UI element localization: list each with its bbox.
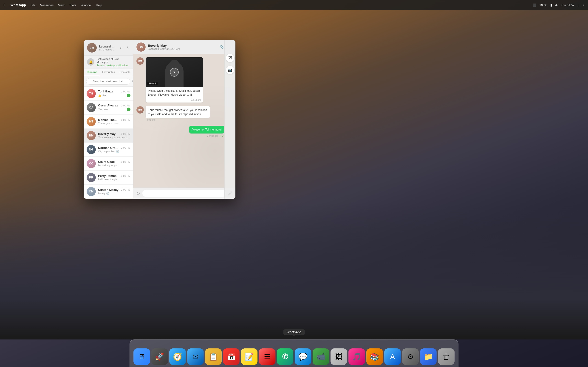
dock-whatsapp[interactable]: ✆	[277, 348, 293, 365]
chat-time-clinton: 2:00 PM	[121, 188, 130, 191]
dock-app-label: WhatsApp	[284, 329, 305, 335]
menubar-view[interactable]: View	[58, 3, 65, 7]
chat-item-monica[interactable]: MT Monica Thomas 2:00 PM Thank you so mu…	[84, 115, 133, 129]
chat-icon-btn[interactable]: ○	[118, 45, 123, 50]
chat-list: TG Toni Garza 2:00 PM 👍 like OA	[84, 87, 133, 199]
dock-rocket[interactable]: 🚀	[151, 348, 168, 365]
chat-item-perry[interactable]: PR Perry Ramos 2:00 PM I will meet tonig…	[84, 171, 133, 185]
search-bar: 🔍 ✏	[84, 76, 133, 87]
dock-photos[interactable]: 🖼	[330, 348, 347, 365]
chat-item-norman[interactable]: NG Norman Gregory 2:00 PM Ok, no problem…	[84, 143, 133, 157]
message-media: BM ▼ 15 MB Please watch, You like it: Kh…	[137, 57, 203, 102]
menubar-file[interactable]: File	[31, 3, 35, 7]
chat-item-claire[interactable]: CC Claire Cook 2:00 PM I'm waiting for y…	[84, 157, 133, 171]
chat-name-monica: Monica Thomas	[98, 118, 120, 122]
list-icon[interactable]: ≡	[582, 3, 584, 7]
emoji-button[interactable]: ☺	[136, 191, 141, 196]
search-input[interactable]	[86, 78, 130, 85]
dock-facetime[interactable]: 📹	[313, 348, 329, 365]
apple-menu[interactable]: 	[4, 3, 5, 7]
wifi-icon[interactable]: ⊕	[555, 3, 558, 7]
clock: Thu 01:57	[561, 3, 574, 7]
my-avatar: LM	[87, 43, 97, 52]
chat-info-beverly: Beverly May 2:00 PM Your are very smart …	[98, 132, 130, 139]
dock-reminders[interactable]: ☰	[259, 348, 275, 365]
notification-bar: 🔔 Get Notified of New Messages Turn on d…	[84, 56, 133, 69]
dock-newfile[interactable]: 📁	[420, 348, 437, 365]
chat-time-oscar: 2:00 PM	[121, 104, 130, 107]
my-status: Sr. Creative UI Designer	[99, 48, 116, 51]
profile-header: LM Leonard Morris Sr. Creative UI Design…	[84, 40, 133, 56]
airplay-icon[interactable]: ⬛	[533, 3, 536, 7]
chat-info-claire: Claire Cook 2:00 PM I'm waiting for you.	[98, 160, 130, 167]
chat-name-toni: Toni Garza	[98, 90, 113, 93]
chat-item-beverly[interactable]: BM Beverly May 2:00 PM Your are very sma…	[84, 129, 133, 143]
menubar-messages[interactable]: Messages	[40, 3, 53, 7]
dock-trash[interactable]: 🗑	[438, 348, 455, 365]
dock-appstore[interactable]: A	[384, 348, 401, 365]
more-options-btn[interactable]: ⋮	[125, 45, 130, 50]
chat-item-toni[interactable]: TG Toni Garza 2:00 PM 👍 like	[84, 87, 133, 101]
chat-tabs: Recent Favourites Contacts	[84, 69, 133, 76]
message-input[interactable]	[142, 190, 226, 197]
avatar-norman: NG	[86, 145, 96, 154]
media-bubble: ▼ 15 MB Please watch, You like it: Khali…	[146, 57, 203, 102]
my-avatar-initials: LM	[90, 46, 94, 50]
chat-header-info: Beverly May Last seen today at 10:34 AM	[148, 44, 217, 50]
media-time: 12:14 am	[146, 99, 203, 102]
dock-notes-file[interactable]: 📋	[205, 348, 222, 365]
dock-app-label-container: WhatsApp	[284, 329, 305, 336]
menubar-app-name[interactable]: Whatsapp	[10, 3, 26, 7]
avatar-clinton: CM	[86, 187, 96, 196]
chat-info-norman: Norman Gregory 2:00 PM Ok, no problem 🕐	[98, 146, 130, 153]
chat-header: BM Beverly May Last seen today at 10:34 …	[133, 40, 235, 54]
dock-finder[interactable]: 🖥	[133, 348, 150, 365]
msg-avatar-beverly-2: BM	[137, 106, 144, 114]
chat-preview-monica: Thank you so much	[98, 122, 130, 125]
dock-label-arrow	[293, 335, 295, 336]
tab-recent[interactable]: Recent	[84, 69, 100, 76]
play-button[interactable]: ▼	[170, 68, 179, 77]
unread-badge-toni	[127, 94, 130, 97]
menubar-window[interactable]: Window	[81, 3, 91, 7]
menubar-tools[interactable]: Tools	[69, 3, 76, 7]
chat-preview-beverly: Your are very smart person...	[98, 136, 130, 139]
gallery-attach-btn[interactable]: 🖼	[226, 54, 234, 62]
chat-preview-norman: Ok, no problem 🕐	[98, 150, 130, 153]
dock-systemprefs[interactable]: ⚙	[402, 348, 419, 365]
avatar-toni: TG	[86, 89, 96, 98]
attach-icon-btn[interactable]: 📎	[220, 44, 225, 50]
dock-itunes[interactable]: 🎵	[348, 348, 365, 365]
dock-mail[interactable]: ✉	[187, 348, 204, 365]
tab-contacts[interactable]: Contacts	[117, 69, 133, 76]
dock-ibooks[interactable]: 📚	[366, 348, 383, 365]
menubar-help[interactable]: Help	[96, 3, 102, 7]
battery-icon: ▮	[550, 3, 552, 7]
dock-safari[interactable]: 🧭	[169, 348, 186, 365]
notification-link[interactable]: Turn on desktop notification	[97, 64, 130, 67]
dock-calendar[interactable]: 📅	[223, 348, 240, 365]
unread-badge-oscar	[127, 108, 130, 111]
search-icon[interactable]: ⌕	[578, 3, 579, 7]
message-bubble-outgoing-1: Awesome! Tell me more!	[189, 126, 224, 133]
dock-notes[interactable]: 📝	[241, 348, 258, 365]
chat-contact-name: Beverly May	[148, 44, 217, 48]
chat-time-claire: 2:00 PM	[121, 161, 130, 163]
camera-attach-btn[interactable]: 📷	[226, 66, 234, 74]
dock-messages[interactable]: 💬	[295, 348, 311, 365]
chat-time-monica: 2:00 PM	[121, 119, 130, 121]
chat-time-perry: 2:00 PM	[121, 175, 130, 177]
menubar:  Whatsapp File Messages View Tools Wind…	[0, 0, 588, 10]
chat-item-oscar[interactable]: OA Oscar Alvarez 2:00 PM Yes dear	[84, 101, 133, 115]
chat-panel: BM Beverly May Last seen today at 10:34 …	[133, 40, 235, 199]
chat-name-norman: Norman Gregory	[98, 146, 120, 150]
tab-favourites[interactable]: Favourites	[100, 69, 117, 76]
header-icons: ○ ⋮	[118, 45, 130, 50]
message-outgoing-1: Awesome! Tell me more! 2 mins ago ✓✓	[189, 126, 224, 138]
chat-item-clinton[interactable]: CM Clinton Mccoy 2:00 PM Lovely 🕐	[84, 185, 133, 199]
media-size: 15 MB	[147, 82, 157, 85]
chat-name-beverly: Beverly May	[98, 132, 115, 135]
chat-preview-claire: I'm waiting for you.	[98, 164, 130, 167]
media-preview: ▼ 15 MB	[146, 57, 203, 87]
chat-preview-perry: I will meet tonight.	[98, 178, 130, 181]
